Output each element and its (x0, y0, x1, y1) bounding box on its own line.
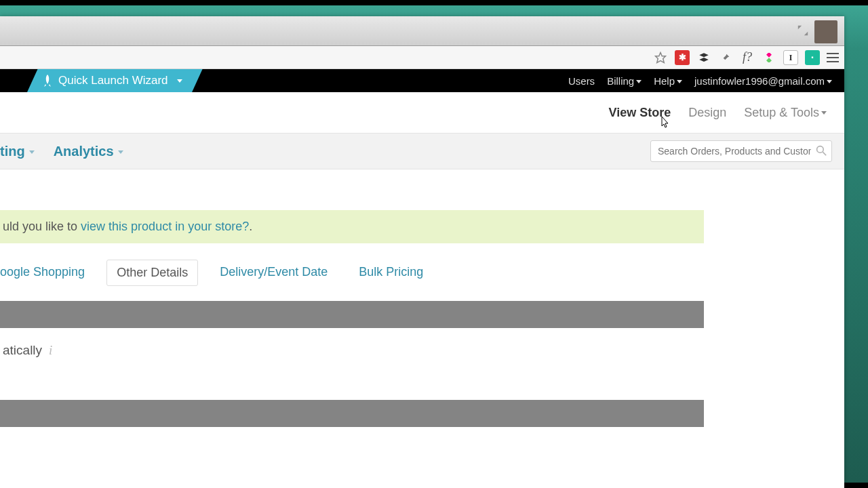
option-row: aticallyi (0, 328, 844, 373)
ext-teal-icon[interactable]: · (805, 50, 820, 65)
alert-text-prefix: uld you like to (3, 220, 81, 233)
subnav-analytics[interactable]: Analytics (54, 144, 123, 159)
star-icon[interactable] (653, 50, 668, 65)
svg-marker-0 (656, 52, 666, 62)
tab-delivery-date[interactable]: Delivery/Event Date (210, 260, 337, 286)
chevron-down-icon (118, 150, 123, 154)
product-tabs: oogle Shopping Other Details Delivery/Ev… (0, 260, 844, 286)
window-titlebar (0, 16, 844, 46)
alert-text-suffix: . (249, 220, 252, 233)
fullscreen-icon[interactable] (797, 24, 809, 37)
search-icon (816, 145, 827, 156)
chevron-down-icon (177, 79, 182, 83)
main-nav: View Store Design Setup & Tools (0, 92, 844, 133)
success-alert: uld you like to view this product in you… (0, 210, 704, 243)
tab-google-shopping[interactable]: oogle Shopping (0, 260, 94, 286)
ext-red-icon[interactable]: ✱ (675, 50, 690, 65)
topbar-right: Users Billing Help justinfowler1996@gmai… (568, 75, 844, 87)
chevron-down-icon (636, 80, 642, 83)
page-content: uld you like to view this product in you… (0, 169, 844, 488)
option-label: atically (3, 343, 42, 357)
chevron-down-icon (821, 111, 827, 115)
ext-pin-icon[interactable] (718, 50, 733, 65)
letterbox-top (0, 0, 868, 5)
view-product-link[interactable]: view this product in your store? (81, 220, 249, 233)
quick-launch-label: Quick Launch Wizard (58, 74, 168, 87)
chrome-menu-icon[interactable] (827, 53, 839, 62)
nav-design[interactable]: Design (688, 106, 726, 120)
tab-bulk-pricing[interactable]: Bulk Pricing (349, 260, 433, 286)
svg-rect-1 (766, 53, 772, 58)
rocket-icon (43, 75, 52, 87)
chevron-down-icon (29, 150, 35, 154)
chrome-profile-avatar[interactable] (814, 20, 837, 43)
svg-line-4 (823, 152, 826, 155)
sub-nav: ting Analytics (0, 133, 844, 169)
browser-toolbar: ✱ f? I · (0, 46, 844, 69)
svg-rect-2 (766, 58, 772, 62)
ext-diamond-icon[interactable] (762, 50, 776, 65)
quick-launch-wizard[interactable]: Quick Launch Wizard (27, 69, 203, 92)
ext-stack-icon[interactable] (696, 50, 711, 65)
info-icon[interactable]: i (49, 343, 52, 357)
svg-point-3 (817, 146, 824, 153)
ext-instapaper-icon[interactable]: I (783, 50, 798, 65)
nav-account[interactable]: justinfowler1996@gmail.com (694, 75, 832, 87)
nav-billing[interactable]: Billing (607, 75, 642, 87)
app-topbar: Quick Launch Wizard Users Billing Help j… (0, 69, 844, 92)
nav-view-store[interactable]: View Store (609, 106, 671, 120)
subnav-item-partial[interactable]: ting (0, 144, 35, 159)
nav-setup-tools[interactable]: Setup & Tools (744, 106, 827, 120)
search-input[interactable] (650, 140, 832, 162)
browser-window: ✱ f? I · Quick Launch Wizard Users Billi… (0, 16, 844, 488)
chevron-down-icon (827, 80, 832, 83)
tab-other-details[interactable]: Other Details (106, 260, 198, 286)
section-header-1 (0, 301, 704, 328)
ext-font-icon[interactable]: f? (740, 50, 755, 65)
nav-users[interactable]: Users (568, 75, 595, 87)
nav-help[interactable]: Help (654, 75, 682, 87)
chevron-down-icon (677, 80, 682, 83)
search-wrap (650, 140, 832, 162)
section-header-2 (0, 400, 704, 427)
